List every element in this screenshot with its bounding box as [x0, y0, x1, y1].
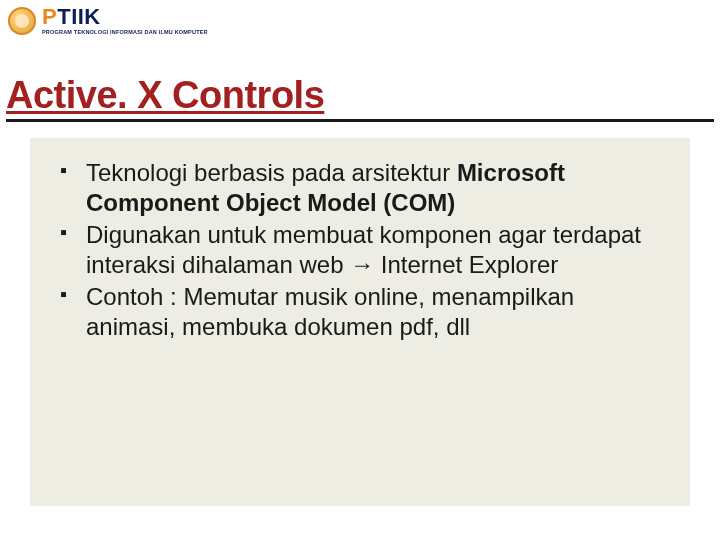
bullet-text-pre: Teknologi berbasis pada arsitektur [86, 159, 457, 186]
slide-title: Active. X Controls [6, 74, 714, 117]
logo-area: PTIIK PROGRAM TEKNOLOGI INFORMASI DAN IL… [8, 6, 208, 36]
bullet-text-pre: Digunakan untuk membuat komponen agar te… [86, 221, 641, 278]
list-item: Contoh : Memutar musik online, menampilk… [56, 282, 664, 342]
list-item: Digunakan untuk membuat komponen agar te… [56, 220, 664, 280]
bullet-list: Teknologi berbasis pada arsitektur Micro… [56, 158, 664, 342]
title-wrap: Active. X Controls [6, 74, 714, 122]
list-item: Teknologi berbasis pada arsitektur Micro… [56, 158, 664, 218]
content-box: Teknologi berbasis pada arsitektur Micro… [30, 138, 690, 506]
logo-main-orange: P [42, 4, 57, 29]
bullet-text-pre: Contoh : Memutar musik online, menampilk… [86, 283, 574, 340]
logo-main-navy: TIIK [57, 4, 101, 29]
slide: PTIIK PROGRAM TEKNOLOGI INFORMASI DAN IL… [0, 0, 720, 540]
logo-text: PTIIK PROGRAM TEKNOLOGI INFORMASI DAN IL… [42, 6, 208, 36]
logo-subtitle: PROGRAM TEKNOLOGI INFORMASI DAN ILMU KOM… [42, 30, 208, 36]
logo-main: PTIIK [42, 6, 208, 28]
logo-icon [8, 7, 36, 35]
